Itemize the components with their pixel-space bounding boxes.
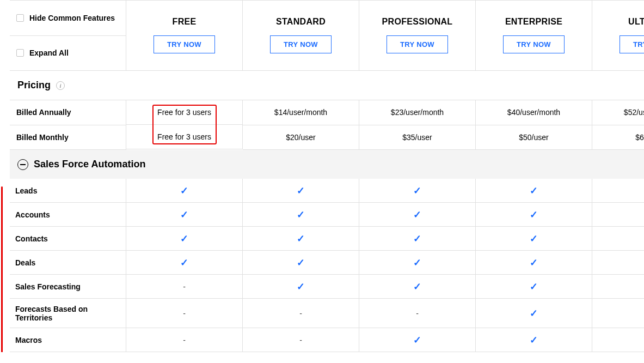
feature-label: Macros (10, 328, 126, 352)
check-icon: ✓ (297, 209, 305, 221)
billed-monthly-label: Billed Monthly (10, 125, 126, 150)
feature-cell (592, 179, 644, 203)
price-professional-monthly: $35/user (359, 125, 475, 150)
check-icon: ✓ (530, 307, 538, 319)
check-icon: ✓ (413, 185, 421, 197)
tier-name: STANDARD (276, 17, 326, 27)
check-icon: ✓ (530, 334, 538, 346)
section-title: Pricing (17, 80, 51, 91)
feature-label: Leads (10, 179, 126, 203)
check-icon: ✓ (180, 233, 188, 245)
try-now-button-professional[interactable]: TRY NOW (387, 35, 448, 53)
check-icon: ✓ (530, 281, 538, 293)
tier-header-standard: STANDARD TRY NOW (243, 1, 359, 71)
check-icon: ✓ (413, 257, 421, 269)
feature-cell (592, 251, 644, 275)
check-icon: ✓ (413, 334, 421, 346)
dash-icon: - (183, 282, 186, 291)
check-icon: ✓ (180, 209, 188, 221)
check-icon: ✓ (530, 233, 538, 245)
billed-annually-label: Billed Annually (10, 100, 126, 125)
tier-header-professional: PROFESSIONAL TRY NOW (359, 1, 476, 71)
svg-rect-0 (20, 164, 26, 165)
tier-name: ULTIMATE (628, 17, 644, 27)
price-enterprise-monthly: $50/user (476, 125, 592, 150)
feature-cell (592, 227, 644, 251)
check-icon: ✓ (180, 257, 188, 269)
dash-icon: - (416, 309, 419, 318)
price-free-monthly: Free for 3 users (126, 125, 242, 149)
price-standard-annual: $14/user/month (243, 100, 359, 125)
pricing-section-header: Pricing i (10, 71, 644, 100)
price-ultimate-monthly: $65/user (592, 125, 644, 150)
feature-cell (592, 328, 644, 352)
price-free-annual: Free for 3 users (126, 100, 242, 125)
section-title: Sales Force Automation (34, 159, 145, 170)
try-now-button-enterprise[interactable]: TRY NOW (503, 35, 565, 53)
feature-cell (592, 299, 644, 328)
check-icon: ✓ (297, 281, 305, 293)
check-icon: ✓ (180, 185, 188, 197)
checkbox-icon (16, 49, 24, 57)
info-icon[interactable]: i (56, 81, 65, 90)
check-icon: ✓ (413, 209, 421, 221)
feature-label: Deals (10, 251, 126, 275)
check-icon: ✓ (297, 257, 305, 269)
feature-cell (592, 275, 644, 299)
feature-label: Accounts (10, 203, 126, 227)
check-icon: ✓ (530, 257, 538, 269)
price-professional-annual: $23/user/month (359, 100, 475, 125)
dash-icon: - (183, 309, 186, 318)
expand-all-label: Expand All (29, 49, 69, 57)
feature-label: Sales Forecasting (10, 275, 126, 299)
collapse-icon (17, 159, 28, 170)
check-icon: ✓ (530, 185, 538, 197)
tier-header-free: FREE TRY NOW (126, 1, 243, 71)
price-standard-monthly: $20/user (243, 125, 359, 150)
price-enterprise-annual: $40/user/month (476, 100, 592, 125)
dash-icon: - (299, 309, 302, 318)
pricing-comparison-table: Hide Common Features Expand All FREE TRY… (10, 0, 644, 352)
tier-header-ultimate: ULTIMATE TRY NOW (592, 1, 644, 71)
hide-common-label: Hide Common Features (29, 14, 115, 22)
check-icon: ✓ (413, 233, 421, 245)
tier-name: ENTERPRISE (505, 17, 562, 27)
dash-icon: - (299, 336, 302, 344)
price-ultimate-annual: $52/user/month (592, 100, 644, 125)
highlight-bar (1, 186, 3, 352)
dash-icon: - (183, 336, 186, 344)
feature-label: Contacts (10, 227, 126, 251)
feature-label: Forecasts Based on Territories (10, 299, 126, 328)
try-now-button-ultimate[interactable]: TRY NOW (620, 35, 644, 53)
try-now-button-free[interactable]: TRY NOW (154, 35, 215, 53)
tier-header-enterprise: ENTERPRISE TRY NOW (476, 1, 592, 71)
check-icon: ✓ (413, 281, 421, 293)
check-icon: ✓ (297, 185, 305, 197)
tier-name: PROFESSIONAL (382, 17, 453, 27)
feature-cell (592, 203, 644, 227)
sfa-section-header[interactable]: Sales Force Automation (10, 150, 644, 179)
expand-all-toggle[interactable]: Expand All (10, 36, 126, 71)
try-now-button-standard[interactable]: TRY NOW (270, 35, 332, 53)
tier-name: FREE (173, 17, 197, 27)
check-icon: ✓ (530, 209, 538, 221)
hide-common-features-toggle[interactable]: Hide Common Features (10, 1, 126, 36)
check-icon: ✓ (297, 233, 305, 245)
checkbox-icon (16, 14, 24, 22)
